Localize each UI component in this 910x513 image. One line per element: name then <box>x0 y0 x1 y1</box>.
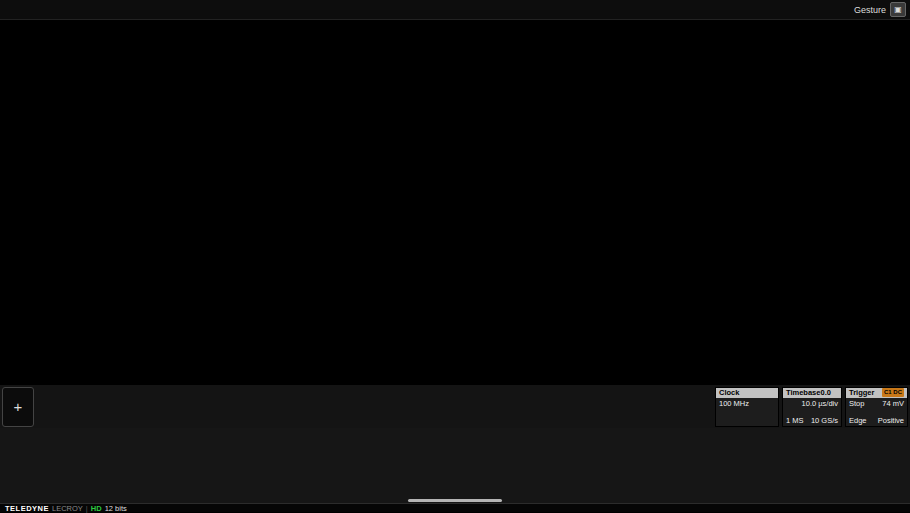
trigger-source-badge: C1 DC <box>882 388 904 397</box>
trigger-box[interactable]: Trigger C1 DC Stop 74 mV Edge Positive <box>845 387 908 427</box>
waveform-grid <box>0 20 910 384</box>
clock-value: 100 MHz <box>719 399 749 408</box>
brand-separator: | <box>86 504 88 513</box>
trace-descriptor-bar: + Clock 100 MHz Timebase 0.0 µs 10.0 µs/… <box>0 384 910 428</box>
timebase-samples: 1 MS <box>786 416 804 425</box>
trigger-level: 74 mV <box>882 399 904 408</box>
menu-bar: Gesture ▣ <box>0 0 910 20</box>
timebase-rate: 10 GS/s <box>811 416 838 425</box>
table-scrollbar-thumb[interactable] <box>408 499 502 502</box>
acquisition-info-boxes: Clock 100 MHz Timebase 0.0 µs 10.0 µs/di… <box>715 387 908 427</box>
trigger-title: Trigger <box>849 388 874 398</box>
clock-box[interactable]: Clock 100 MHz <box>715 387 779 427</box>
gesture-icon[interactable]: ▣ <box>890 2 906 17</box>
add-trace-button[interactable]: + <box>2 387 34 427</box>
status-bar: TELEDYNE LECROY | HD 12 bits <box>0 503 910 512</box>
bit-depth-label: 12 bits <box>105 504 127 513</box>
trigger-type: Edge <box>849 416 867 425</box>
trigger-mode: Stop <box>849 399 864 408</box>
gesture-label: Gesture <box>854 5 886 15</box>
trigger-slope: Positive <box>878 416 904 425</box>
timebase-title: Timebase <box>786 388 820 398</box>
timebase-box[interactable]: Timebase 0.0 µs 10.0 µs/div 1 MS 10 GS/s <box>782 387 842 427</box>
hd-mode-badge: HD <box>91 504 102 513</box>
menu-bar-right: Gesture ▣ <box>854 2 910 17</box>
brand-lecroy: LECROY <box>52 504 83 513</box>
timebase-offset: 0.0 µs <box>820 388 838 398</box>
brand-teledyne: TELEDYNE <box>5 504 49 513</box>
clock-title: Clock <box>719 388 739 398</box>
measurement-table-area <box>0 428 910 503</box>
timebase-per-div: 10.0 µs/div <box>802 399 838 408</box>
